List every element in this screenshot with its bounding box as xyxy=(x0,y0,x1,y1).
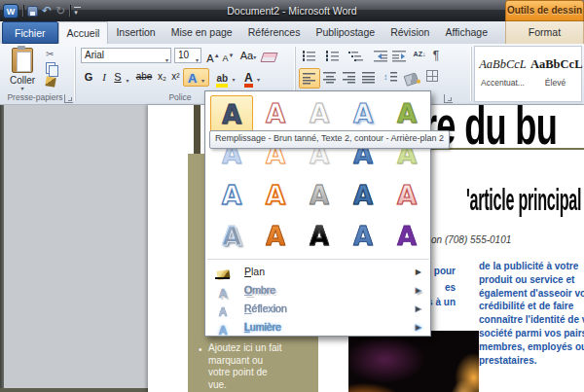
menu-item-plan[interactable]: Plan▶ xyxy=(207,263,429,281)
paste-button[interactable]: Coller ▾ xyxy=(4,48,41,90)
font-color-button[interactable]: A ▾ xyxy=(241,68,263,87)
text-effects-icon: A xyxy=(188,71,197,86)
tab-fichier[interactable]: Fichier xyxy=(2,21,58,44)
effect-letter: A xyxy=(222,218,241,255)
shadow-a-icon: A xyxy=(215,283,231,298)
effect-letter: A xyxy=(266,218,285,255)
highlight-icon: ab xyxy=(216,73,228,88)
customize-quick-access-icon[interactable]: ▾ xyxy=(74,7,81,16)
text-effect-gradient-red-outline[interactable]: A xyxy=(385,177,428,216)
tab-affichage[interactable]: Affichage xyxy=(437,21,495,44)
bold-button[interactable]: G xyxy=(82,69,95,85)
paragraph-dialog-launcher[interactable] xyxy=(444,94,453,103)
font-color-icon: A xyxy=(244,72,253,88)
copy-icon[interactable] xyxy=(46,62,67,74)
ribbon-tabs: FichierAccueilInsertionMise en pageRéfér… xyxy=(0,21,584,44)
menu-item-label: Plan xyxy=(244,263,265,281)
tab-format[interactable]: Format xyxy=(506,21,583,44)
font-size-combo[interactable]: 10▾ xyxy=(174,48,201,63)
subscript-button[interactable]: x₂ xyxy=(155,69,169,85)
shrink-font-button[interactable]: A▼ xyxy=(221,48,236,66)
align-left-button[interactable] xyxy=(299,68,320,89)
menu-item-label: Réflexion xyxy=(244,300,287,318)
align-center-icon[interactable] xyxy=(323,71,338,84)
text-effects-button[interactable]: A ▾ xyxy=(183,68,209,87)
text-effects-dropdown: AAAAAAAAAAAAAAAAAAAA Plan▶AOmbre▶ARéflex… xyxy=(204,90,431,337)
tab-références[interactable]: Références xyxy=(240,21,309,44)
numbering-icon[interactable] xyxy=(325,50,340,62)
bullets-icon[interactable] xyxy=(302,50,316,62)
clipboard-group-label: Presse-papiers xyxy=(0,92,70,102)
ribbon-tab-row: FichierAccueilInsertionMise en pageRéfér… xyxy=(0,21,584,44)
save-icon[interactable] xyxy=(27,6,38,17)
text-effect-outline-orange-thick[interactable]: A xyxy=(254,177,297,216)
justify-icon[interactable] xyxy=(362,71,377,84)
effect-letter: A xyxy=(310,177,329,214)
strikethrough-button[interactable]: abe xyxy=(133,69,155,85)
text-effect-outline-blue-shadow[interactable]: A xyxy=(342,95,384,134)
underline-menu-arrow[interactable]: ▾ xyxy=(124,73,131,89)
clear-formatting-button[interactable] xyxy=(261,51,276,66)
format-painter-icon[interactable] xyxy=(46,77,67,89)
text-effect-fill-orange-reflection[interactable]: A xyxy=(254,218,297,257)
text-effect-fill-olive-green[interactable]: A xyxy=(385,95,428,134)
submenu-arrow-icon: ▶ xyxy=(416,281,421,300)
tab-révision[interactable]: Révision xyxy=(383,21,437,44)
effect-letter: A xyxy=(222,96,241,133)
grow-font-button[interactable]: A▲ xyxy=(205,48,221,66)
sort-icon[interactable]: AZ↓ xyxy=(413,51,426,58)
tab-insertion[interactable]: Insertion xyxy=(108,21,163,44)
style-eleve[interactable]: AaBbCcL Élevé xyxy=(530,50,580,98)
paste-label: Coller xyxy=(4,75,41,86)
redo-icon[interactable]: ↻ xyxy=(55,5,65,17)
effect-letter: A xyxy=(353,177,373,214)
align-left-icon xyxy=(303,72,317,85)
effect-letter: A xyxy=(266,95,285,132)
font-family-combo[interactable]: Arial▾ xyxy=(81,48,171,63)
menu-item-lumiere[interactable]: ALumière▶ xyxy=(207,318,429,337)
clipboard-dialog-launcher[interactable] xyxy=(64,94,73,103)
menu-item-label: Ombre xyxy=(244,281,275,300)
tab-mise-en-page[interactable]: Mise en page xyxy=(164,21,240,44)
borders-icon[interactable] xyxy=(426,70,438,82)
contextual-tab-zone: Format xyxy=(505,21,584,44)
cut-icon[interactable]: ✂ xyxy=(46,49,67,60)
text-effect-outline-white[interactable]: A xyxy=(298,95,341,134)
align-right-icon[interactable] xyxy=(343,71,357,84)
effect-letter: A xyxy=(310,218,329,255)
menu-item-reflexion[interactable]: ARéflexion▶ xyxy=(207,300,429,318)
text-effect-fill-blue-reflection[interactable]: A xyxy=(342,218,384,257)
undo-icon[interactable]: ↶ xyxy=(42,5,52,17)
effect-letter: A xyxy=(353,95,373,132)
text-effect-outline-red[interactable]: A xyxy=(254,95,297,134)
effect-letter: A xyxy=(397,95,417,132)
underline-button[interactable]: S xyxy=(112,69,124,85)
text-effect-outline-blue-thick[interactable]: A xyxy=(210,177,253,216)
line-spacing-icon[interactable]: ↕ xyxy=(383,71,398,84)
effect-letter: A xyxy=(397,218,417,255)
superscript-button[interactable]: x² xyxy=(168,69,183,85)
increase-indent-icon[interactable] xyxy=(392,50,407,62)
text-effect-gradient-blue-reflection[interactable]: A xyxy=(210,218,253,257)
italic-button[interactable]: I xyxy=(98,69,110,85)
contextual-tab-group-header[interactable]: Outils de dessin xyxy=(505,0,584,21)
text-effect-fill-purple-reflection[interactable]: A xyxy=(385,218,428,257)
decrease-indent-icon[interactable] xyxy=(374,50,388,62)
window-title: Document2 - Microsoft Word xyxy=(0,0,584,21)
change-case-button[interactable]: Aa▾ xyxy=(238,48,258,65)
highlight-color-button[interactable]: ab ▾ xyxy=(214,68,237,87)
shading-icon[interactable] xyxy=(405,71,418,89)
separator xyxy=(69,5,70,17)
text-effect-fill-brun-tanne-texte2-contour-arriere-plan2[interactable]: A xyxy=(210,95,253,134)
bullet-icon: • xyxy=(199,344,202,355)
style-accentuation[interactable]: AaBbCcL Accentuat... xyxy=(478,50,528,98)
text-effect-gradient-blue-dark[interactable]: A xyxy=(342,177,384,216)
text-effect-fill-black-bevel-reflection[interactable]: A xyxy=(298,218,341,257)
tab-accueil[interactable]: Accueil xyxy=(58,21,109,44)
menu-item-ombre[interactable]: AOmbre▶ xyxy=(207,281,429,300)
chevron-down-icon: ▾ xyxy=(4,86,41,91)
text-effect-gradient-gray[interactable]: A xyxy=(298,177,341,216)
show-paragraph-marks-icon[interactable]: ¶ xyxy=(429,48,443,63)
tab-publipostage[interactable]: Publipostage xyxy=(308,21,383,44)
multilevel-list-icon[interactable] xyxy=(348,50,363,62)
